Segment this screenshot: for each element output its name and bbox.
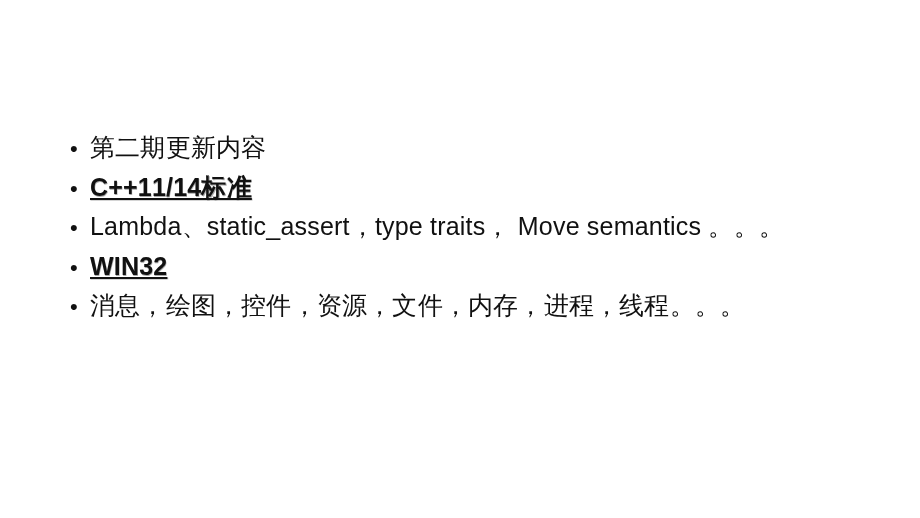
slide: 第二期更新内容 C++11/14标准 Lambda、static_assert，… (0, 0, 920, 518)
list-item: C++11/14标准 (70, 168, 920, 208)
list-item: WIN32 (70, 247, 920, 287)
bullet-text: Lambda、static_assert，type traits， Move s… (90, 212, 784, 240)
list-item: 消息，绘图，控件，资源，文件，内存，进程，线程。。。 (70, 286, 920, 326)
list-item: 第二期更新内容 (70, 128, 920, 168)
bullet-text: 第二期更新内容 (90, 133, 266, 161)
bullet-text: 消息，绘图，控件，资源，文件，内存，进程，线程。。。 (90, 291, 745, 319)
bullet-text: WIN32 (90, 252, 167, 280)
list-item: Lambda、static_assert，type traits， Move s… (70, 207, 920, 247)
bullet-text: C++11/14标准 (90, 173, 252, 201)
bullet-list: 第二期更新内容 C++11/14标准 Lambda、static_assert，… (70, 128, 920, 326)
